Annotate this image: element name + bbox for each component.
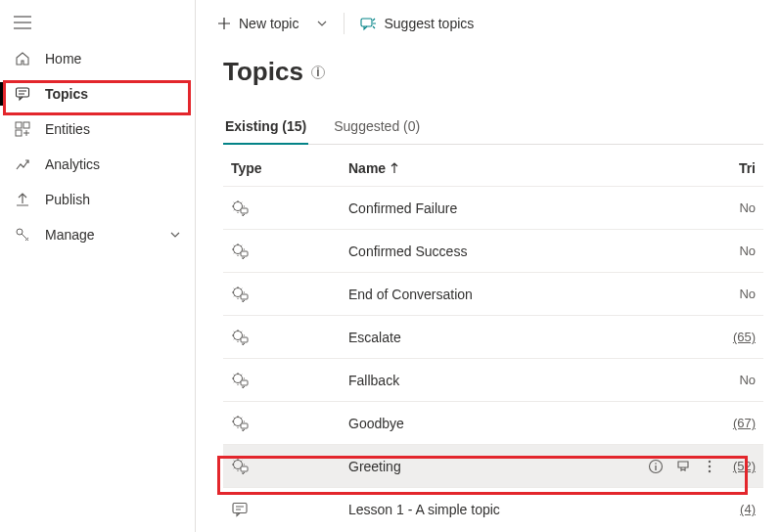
sidebar-item-manage[interactable]: Manage: [0, 217, 195, 252]
sort-asc-icon: [390, 162, 399, 174]
svg-rect-1: [16, 122, 22, 128]
row-trigger: No: [722, 287, 756, 301]
info-icon[interactable]: i: [311, 66, 325, 79]
row-trigger: No: [722, 373, 756, 387]
sidebar-item-label: Publish: [45, 192, 90, 207]
page-title: Topics i: [223, 57, 763, 87]
sidebar-item-publish[interactable]: Publish: [0, 182, 195, 217]
table-row[interactable]: FallbackNo: [223, 358, 763, 401]
tab-existing[interactable]: Existing (15): [223, 112, 308, 144]
suggest-topics-button[interactable]: Suggest topics: [354, 12, 480, 35]
manage-icon: [14, 227, 31, 243]
table-row[interactable]: Lesson 1 - A simple topic(4): [223, 487, 763, 530]
system-topic-icon: [231, 243, 348, 260]
svg-rect-15: [241, 380, 248, 385]
row-trigger: No: [722, 244, 756, 258]
suggest-icon: [360, 16, 376, 31]
svg-point-24: [709, 469, 711, 471]
svg-rect-11: [241, 294, 248, 299]
system-topic-icon: [231, 458, 348, 475]
row-trigger: No: [722, 200, 756, 215]
row-name[interactable]: Lesson 1 - A simple topic: [348, 502, 500, 517]
svg-rect-2: [23, 122, 29, 128]
system-topic-icon: [231, 415, 348, 432]
svg-point-23: [709, 465, 711, 466]
table-row[interactable]: Confirmed SuccessNo: [223, 229, 763, 272]
sidebar-item-label: Entities: [45, 121, 90, 137]
column-trigger[interactable]: Tri: [722, 160, 756, 176]
command-divider: [344, 13, 345, 34]
svg-rect-17: [241, 423, 248, 428]
system-topic-icon: [231, 200, 348, 217]
svg-rect-19: [241, 466, 248, 471]
tab-suggested[interactable]: Suggested (0): [332, 112, 422, 144]
row-name[interactable]: Escalate: [348, 330, 401, 345]
svg-rect-3: [16, 130, 22, 136]
sidebar-item-entities[interactable]: Entities: [0, 111, 195, 147]
table-row[interactable]: Goodbye(67): [223, 401, 763, 444]
column-name[interactable]: Name: [348, 160, 722, 176]
svg-rect-13: [241, 337, 248, 342]
row-name[interactable]: End of Conversation: [348, 287, 473, 302]
table-row[interactable]: End of ConversationNo: [223, 272, 763, 315]
system-topic-icon: [231, 329, 348, 346]
sidebar-item-topics[interactable]: Topics: [0, 76, 195, 111]
new-topic-button[interactable]: New topic: [211, 12, 304, 35]
system-topic-icon: [231, 286, 348, 303]
svg-rect-5: [361, 19, 372, 26]
sidebar-item-label: Home: [45, 51, 81, 66]
hamburger-menu[interactable]: [0, 10, 195, 41]
table-header: Type Name Tri: [223, 145, 763, 186]
system-topic-icon: [231, 372, 348, 389]
sidebar-item-label: Topics: [45, 86, 88, 102]
row-trigger[interactable]: (4): [722, 502, 756, 516]
sidebar-item-label: Analytics: [45, 156, 100, 172]
suggest-topics-label: Suggest topics: [384, 16, 474, 31]
svg-rect-25: [233, 503, 247, 512]
table-row[interactable]: Escalate(65): [223, 315, 763, 358]
new-topic-dropdown[interactable]: [310, 16, 334, 31]
column-type[interactable]: Type: [231, 160, 348, 176]
row-trigger[interactable]: (52): [722, 459, 756, 473]
topics-icon: [14, 86, 31, 102]
sidebar-item-analytics[interactable]: Analytics: [0, 147, 195, 182]
chevron-down-icon: [169, 229, 181, 241]
entities-icon: [14, 121, 31, 137]
svg-point-22: [709, 460, 711, 462]
table-row[interactable]: Greeting(52): [223, 444, 763, 487]
row-name[interactable]: Confirmed Failure: [348, 200, 457, 216]
publish-icon: [14, 192, 31, 207]
svg-rect-9: [241, 251, 248, 256]
svg-rect-0: [17, 88, 29, 97]
sidebar-item-label: Manage: [45, 227, 95, 243]
row-trigger[interactable]: (67): [722, 416, 756, 430]
test-bot-icon[interactable]: [675, 459, 691, 474]
analytics-icon: [14, 156, 31, 172]
table-row[interactable]: Confirmed FailureNo: [223, 186, 763, 229]
svg-rect-7: [241, 208, 248, 213]
chevron-down-icon: [316, 18, 328, 29]
plus-icon: [217, 17, 231, 30]
svg-point-21: [655, 463, 657, 465]
user-topic-icon: [231, 501, 348, 518]
row-name[interactable]: Confirmed Success: [348, 244, 467, 259]
sidebar-item-home[interactable]: Home: [0, 41, 195, 76]
row-name[interactable]: Greeting: [348, 459, 401, 474]
row-name[interactable]: Fallback: [348, 373, 399, 388]
new-topic-label: New topic: [239, 16, 299, 31]
row-name[interactable]: Goodbye: [348, 416, 404, 431]
home-icon: [14, 51, 31, 66]
row-trigger[interactable]: (65): [722, 330, 756, 344]
details-icon[interactable]: [648, 459, 664, 474]
hamburger-icon: [14, 16, 31, 29]
more-icon[interactable]: [703, 459, 716, 474]
